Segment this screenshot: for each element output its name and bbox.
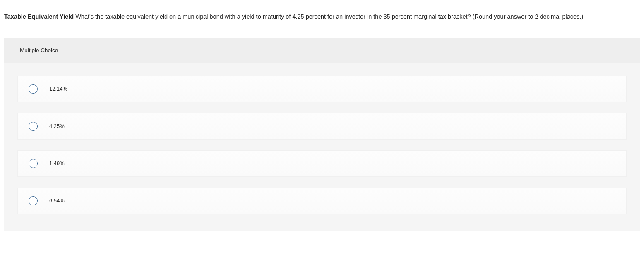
option-2[interactable]: 4.25% (17, 113, 627, 140)
multiple-choice-label: Multiple Choice (4, 38, 640, 63)
answer-container: Multiple Choice 12.14% 4.25% 1.49% 6.54% (4, 38, 640, 231)
option-3-label: 1.49% (49, 160, 65, 166)
radio-icon[interactable] (29, 159, 38, 168)
option-4[interactable]: 6.54% (17, 188, 627, 214)
option-2-label: 4.25% (49, 123, 65, 129)
option-1-label: 12.14% (49, 86, 67, 92)
question-prompt: Taxable Equivalent Yield What's the taxa… (0, 0, 644, 38)
options-list: 12.14% 4.25% 1.49% 6.54% (4, 76, 640, 214)
radio-icon[interactable] (29, 84, 38, 94)
option-1[interactable]: 12.14% (17, 76, 627, 102)
radio-icon[interactable] (29, 122, 38, 131)
option-3[interactable]: 1.49% (17, 150, 627, 177)
radio-icon[interactable] (29, 196, 38, 205)
question-bold-prefix: Taxable Equivalent Yield (4, 13, 74, 20)
question-text: What's the taxable equivalent yield on a… (74, 13, 583, 20)
option-4-label: 6.54% (49, 198, 65, 204)
